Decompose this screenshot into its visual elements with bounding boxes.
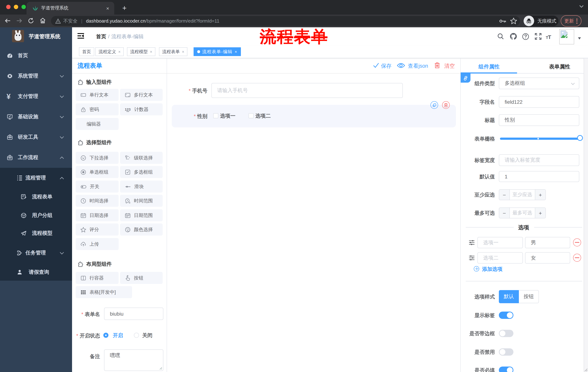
- svg-text:123: 123: [125, 107, 131, 111]
